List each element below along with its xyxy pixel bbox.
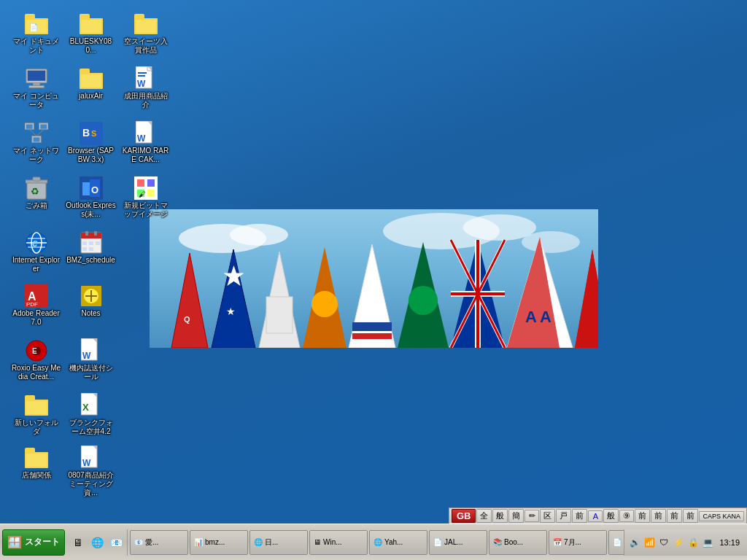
ime-toolbar: GB 全 般 簡 ✏ 区 戸 前 A 般 ⑨ 前 前 前 前 CAPS KANA [449, 508, 747, 524]
svg-rect-66 [33, 137, 39, 141]
task-jal-label: JAL... [444, 538, 463, 546]
ime-icon1-btn[interactable]: 前 [635, 509, 650, 523]
ime-icon4-btn[interactable]: 前 [683, 509, 698, 523]
svg-text:PDF: PDF [26, 301, 38, 308]
task-nichi2-btn[interactable]: 📄 日... [608, 530, 624, 555]
svg-rect-18 [352, 322, 392, 331]
roxio-icon: E [25, 339, 48, 362]
ime-simple-btn[interactable]: 簡 [508, 509, 524, 523]
jalux-label: jaluxAir [79, 92, 103, 101]
ime-icon3-btn[interactable]: 前 [667, 509, 682, 523]
my-documents-icon: 📄 [25, 12, 48, 36]
task-boo-btn[interactable]: 📚 Boo... [489, 530, 547, 555]
icon-bmz-schedule[interactable]: BMZ_schedule [63, 229, 118, 267]
task-nichi-btn[interactable]: 🌐 日... [249, 530, 308, 555]
icon-blank-form[interactable]: X ブランクフォーム空井4.2 [63, 392, 118, 438]
ime-mae-btn[interactable]: 前 [572, 509, 587, 523]
caps-kana-btn[interactable]: CAPS KANA [699, 511, 744, 521]
icon-notes[interactable]: Notes [63, 282, 118, 320]
new-folder-label: 新しいフォルダ [11, 419, 61, 436]
icon-recycle-bin[interactable]: ♻ ごみ箱 [9, 174, 63, 212]
svg-rect-45 [134, 14, 144, 20]
tray-antivirus-icon[interactable]: 🔒 [686, 536, 700, 549]
icon-my-computer[interactable]: マイ コンピュータ [9, 65, 63, 112]
svg-point-16 [311, 291, 338, 317]
ql-desktop-btn[interactable]: 🖥 [69, 534, 87, 551]
svg-rect-88 [147, 190, 155, 197]
svg-text:A: A [525, 308, 537, 326]
icon-karimo[interactable]: W KARIMO RARE CAK... [118, 120, 173, 166]
icon-my-network[interactable]: マイ ネットワーク [9, 120, 63, 166]
ime-circle9-btn[interactable]: ⑨ [619, 510, 634, 522]
roxio-label: Roxio Easy Media Creat... [11, 364, 61, 381]
gb-button[interactable]: GB [452, 509, 476, 523]
icon-store-related[interactable]: 店舗関係 [9, 444, 63, 482]
tray-power-icon[interactable]: ⚡ [672, 536, 685, 549]
recycle-bin-icon: ♻ [25, 176, 48, 200]
notes-icon [80, 284, 103, 308]
desktop: Q ★ A A [0, 0, 747, 524]
svg-text:W: W [137, 133, 146, 144]
new-folder-icon [25, 394, 48, 417]
ime-icon2-btn[interactable]: 前 [651, 509, 666, 523]
sweets-icon [134, 12, 158, 36]
machine-mail-icon: W [80, 339, 103, 362]
icon-adobe[interactable]: A PDF Adobe Reader 7.0 [9, 282, 63, 329]
tray-volume-icon[interactable]: 📶 [643, 536, 656, 549]
svg-point-4 [463, 214, 536, 241]
my-network-label: マイ ネットワーク [11, 147, 61, 164]
svg-rect-77 [33, 177, 40, 181]
ime-all-btn[interactable]: 全 [476, 509, 492, 523]
svg-point-2 [230, 224, 288, 246]
start-button[interactable]: 🪟 スタート [2, 529, 65, 556]
svg-rect-103 [82, 247, 87, 251]
ime-gen-btn[interactable]: 般 [492, 509, 508, 523]
bmz-schedule-icon [80, 231, 103, 254]
machine-mail-label: 機内誌送付シール [66, 364, 116, 381]
icon-sweets[interactable]: 空スイーツ入賞作品 [118, 10, 173, 57]
icon-narita[interactable]: W 成田用商品紹介 [118, 65, 173, 112]
icon-jalux[interactable]: jaluxAir [63, 65, 118, 103]
icon-product-meeting[interactable]: W 0807商品紹介ミーティング資... [63, 444, 118, 499]
icon-roxio[interactable]: E Roxio Easy Media Creat... [9, 337, 63, 384]
tray-misc-icon[interactable]: 💻 [701, 536, 714, 549]
svg-rect-121 [26, 401, 47, 414]
task-nichi2-icon: 📄 [613, 538, 622, 546]
svg-text:e: e [32, 237, 38, 249]
task-jal-btn[interactable]: 📄 JAL... [429, 530, 487, 555]
task-win-btn[interactable]: 🖥 Win... [309, 530, 368, 555]
icon-my-documents[interactable]: 📄 マイ ドキュメント [9, 10, 63, 57]
narita-icon: W [134, 67, 158, 90]
svg-text:X: X [82, 402, 89, 413]
icon-new-folder[interactable]: 新しいフォルダ [9, 392, 63, 438]
task-bmz-btn[interactable]: 📊 bmz... [190, 530, 248, 555]
icon-new-bitmap[interactable]: 🖌 新規ビットマップイメージ [118, 174, 173, 221]
ime-ku-btn[interactable]: 区 [540, 509, 555, 523]
icon-ie[interactable]: e Internet Explorer [9, 229, 63, 276]
tray-network-icon[interactable]: 🔊 [628, 536, 641, 549]
tray-security-icon[interactable]: 🛡 [657, 536, 670, 549]
task-bmz-label: bmz... [205, 538, 225, 546]
ime-to-btn[interactable]: 戸 [556, 509, 571, 523]
ime-pen-btn[interactable]: ✏ [525, 510, 539, 522]
ime-a-btn[interactable]: A [588, 510, 603, 522]
sweets-label: 空スイーツ入賞作品 [120, 37, 171, 55]
icon-machine-mail[interactable]: W 機内誌送付シール [63, 337, 118, 384]
ql-ie-btn[interactable]: 🌐 [88, 534, 106, 551]
icon-browser-sap[interactable]: B S Browser (SAP BW 3.x) [63, 120, 118, 166]
icon-outlook[interactable]: O Outlook Express(未... [63, 174, 118, 221]
svg-rect-126 [25, 448, 35, 454]
svg-rect-58 [138, 72, 147, 74]
task-ai-btn[interactable]: 📧 愛... [130, 530, 188, 555]
svg-rect-46 [136, 20, 156, 33]
task-july-btn[interactable]: 📅 7月... [549, 530, 607, 555]
task-yah-btn[interactable]: 🌐 Yah... [369, 530, 427, 555]
taskbar-clock: 13:19 [716, 537, 743, 548]
browser-sap-label: Browser (SAP BW 3.x) [66, 147, 116, 164]
svg-text:W: W [82, 351, 91, 361]
task-nichi-label: 日... [265, 537, 278, 548]
task-nichi-icon: 🌐 [254, 538, 263, 546]
icon-bluesky[interactable]: BLUESKY080... [63, 10, 118, 57]
ime-gen2-btn[interactable]: 般 [603, 509, 619, 523]
ql-outlook-btn[interactable]: 📧 [107, 534, 125, 551]
